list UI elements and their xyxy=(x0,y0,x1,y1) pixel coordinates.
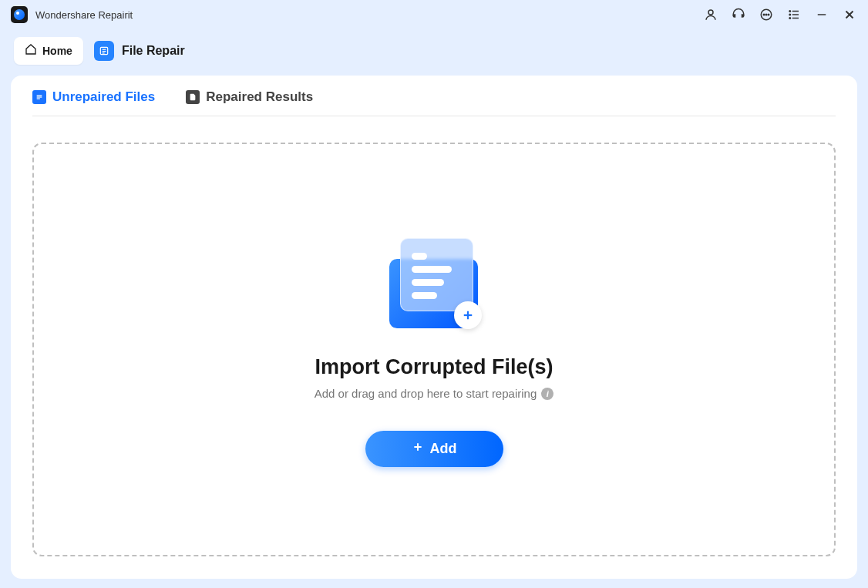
tab-label: Unrepaired Files xyxy=(52,89,155,105)
tab-label: Repaired Results xyxy=(206,89,313,105)
svg-point-0 xyxy=(708,10,713,15)
svg-point-5 xyxy=(789,11,791,12)
titlebar: Wondershare Repairit xyxy=(0,0,868,29)
repaired-results-icon xyxy=(186,90,200,104)
user-icon[interactable] xyxy=(703,7,718,22)
app-icon xyxy=(11,6,28,23)
tabs: Unrepaired Files Repaired Results xyxy=(32,89,836,116)
home-button[interactable]: Home xyxy=(14,37,83,65)
import-illustration xyxy=(380,232,488,340)
svg-point-3 xyxy=(765,14,767,15)
add-button[interactable]: Add xyxy=(365,431,503,467)
plus-icon xyxy=(412,441,424,457)
home-icon xyxy=(25,43,37,59)
tab-repaired-results[interactable]: Repaired Results xyxy=(186,89,313,105)
breadcrumb-section: File Repair xyxy=(94,41,185,61)
file-repair-icon xyxy=(94,41,114,61)
plus-badge-icon xyxy=(454,301,482,329)
svg-point-4 xyxy=(768,14,769,15)
close-icon[interactable] xyxy=(842,7,857,22)
dropzone[interactable]: Import Corrupted File(s) Add or drag and… xyxy=(32,143,836,556)
dropzone-subtitle: Add or drag and drop here to start repai… xyxy=(315,387,554,400)
titlebar-left: Wondershare Repairit xyxy=(11,6,133,23)
tab-unrepaired-files[interactable]: Unrepaired Files xyxy=(32,89,155,105)
chat-icon[interactable] xyxy=(759,7,774,22)
dropzone-title: Import Corrupted File(s) xyxy=(315,355,553,379)
svg-point-7 xyxy=(789,14,791,15)
titlebar-right xyxy=(703,7,857,22)
app-title: Wondershare Repairit xyxy=(35,9,133,21)
add-button-label: Add xyxy=(430,441,457,457)
minimize-icon[interactable] xyxy=(814,7,829,22)
dropzone-subtitle-text: Add or drag and drop here to start repai… xyxy=(315,387,537,400)
home-label: Home xyxy=(42,45,72,57)
unrepaired-files-icon xyxy=(32,90,46,104)
menu-list-icon[interactable] xyxy=(786,7,802,22)
svg-point-2 xyxy=(763,14,765,15)
info-icon[interactable]: i xyxy=(541,388,553,400)
breadcrumb-label: File Repair xyxy=(122,44,185,58)
svg-point-9 xyxy=(789,18,791,19)
main-card: Unrepaired Files Repaired Results Import… xyxy=(11,76,857,579)
headset-icon[interactable] xyxy=(731,7,746,22)
breadcrumb-bar: Home File Repair xyxy=(0,29,868,76)
